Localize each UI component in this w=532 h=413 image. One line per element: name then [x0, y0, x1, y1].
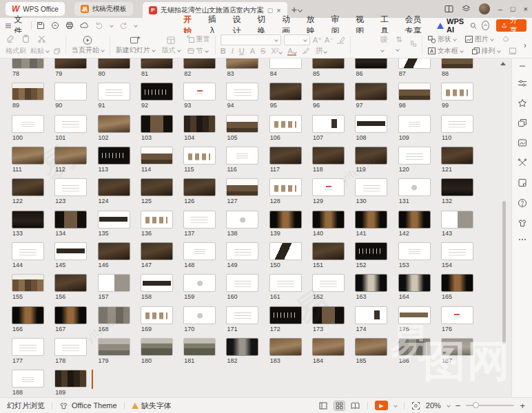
- slide-thumbnail-110[interactable]: [441, 115, 473, 133]
- line-spacing-button[interactable]: ⇅: [396, 35, 404, 52]
- reading-view-icon[interactable]: [350, 401, 360, 410]
- stack-icon[interactable]: [462, 5, 471, 13]
- window-minimize-button[interactable]: –: [498, 5, 502, 13]
- slide-thumbnail-166[interactable]: [12, 306, 44, 324]
- convert-smartart-icon[interactable]: [410, 40, 417, 47]
- slide-thumbnail-160[interactable]: [226, 274, 258, 292]
- fill-color-button[interactable]: [502, 35, 510, 43]
- slide-thumbnail-88[interactable]: [441, 59, 473, 69]
- slide-thumbnail-147[interactable]: [141, 242, 173, 260]
- bold-button[interactable]: B: [221, 47, 226, 55]
- slide-thumbnail-84[interactable]: [269, 59, 302, 69]
- toolbox-icon[interactable]: [518, 158, 527, 167]
- slide-thumbnail-145[interactable]: [54, 242, 87, 260]
- slide-thumbnail-154[interactable]: [441, 242, 473, 260]
- normal-view-icon[interactable]: [318, 401, 329, 410]
- slide-thumbnail-95[interactable]: [269, 83, 302, 100]
- slide-thumbnail-127[interactable]: [226, 178, 258, 196]
- slide-thumbnail-109[interactable]: [398, 115, 431, 133]
- slide-thumbnail-101[interactable]: [54, 115, 87, 133]
- clear-format-icon[interactable]: [336, 36, 345, 44]
- duplicate-icon[interactable]: [518, 118, 527, 127]
- slide-settings-button[interactable]: [509, 47, 517, 55]
- favorites-icon[interactable]: [518, 98, 527, 107]
- increase-font-icon[interactable]: A⁺: [313, 36, 322, 45]
- slide-thumbnail-114[interactable]: [141, 147, 173, 165]
- print-icon[interactable]: [65, 21, 74, 30]
- arrange-button[interactable]: 排列: [471, 46, 500, 56]
- slide-thumbnail-97[interactable]: [355, 83, 387, 100]
- wps-ai-button[interactable]: WPS AI: [437, 17, 465, 34]
- italic-button[interactable]: I: [232, 47, 234, 55]
- tab-template-doc[interactable]: 易 找稿壳模板: [74, 2, 133, 16]
- slide-thumbnail-135[interactable]: [98, 211, 130, 229]
- skin-theme-icon[interactable]: [518, 219, 527, 227]
- slide-thumbnail-189[interactable]: [54, 370, 87, 388]
- properties-icon[interactable]: [518, 79, 527, 87]
- slide-thumbnail-78[interactable]: [12, 59, 44, 69]
- toolbar-more-chevron-icon[interactable]: [134, 23, 138, 28]
- slide-thumbnail-185[interactable]: [355, 338, 387, 356]
- slide-thumbnail-85[interactable]: [312, 59, 345, 69]
- format-painter-icon[interactable]: [6, 34, 14, 43]
- slide-thumbnail-128[interactable]: [269, 178, 302, 196]
- slide-thumbnail-175[interactable]: [398, 306, 431, 324]
- underline-button[interactable]: U: [239, 47, 245, 55]
- slide-thumbnail-137[interactable]: [183, 211, 216, 229]
- slide-thumbnail-144[interactable]: [12, 242, 44, 260]
- slide-thumbnail-116[interactable]: [226, 147, 258, 165]
- paste-label[interactable]: 粘贴: [30, 46, 49, 56]
- slide-thumbnail-89[interactable]: [12, 83, 44, 100]
- slide-thumbnail-139[interactable]: [269, 211, 302, 229]
- play-options-chevron-icon[interactable]: [393, 403, 398, 407]
- slide-thumbnail-104[interactable]: [183, 115, 216, 133]
- save-icon[interactable]: [37, 21, 45, 30]
- slide-thumbnail-115[interactable]: [183, 147, 216, 165]
- share-button[interactable]: 分享: [496, 19, 526, 32]
- slide-thumbnail-186[interactable]: [398, 338, 431, 356]
- reset-button[interactable]: 重置: [187, 34, 210, 44]
- collapse-ribbon-icon[interactable]: −: [482, 21, 489, 30]
- slide-thumbnail-106[interactable]: [269, 115, 302, 133]
- slide-thumbnail-148[interactable]: [183, 242, 216, 260]
- slide-thumbnail-182[interactable]: [226, 338, 258, 356]
- missing-fonts-label[interactable]: 缺失字体: [141, 401, 172, 411]
- slide-thumbnail-176[interactable]: [441, 306, 473, 324]
- slideshow-play-button[interactable]: ▶: [375, 401, 388, 410]
- tab-close-icon[interactable]: ×: [276, 6, 280, 14]
- slide-thumbnail-136[interactable]: [141, 211, 173, 229]
- slide-thumbnail-165[interactable]: [441, 274, 473, 292]
- collapse-panel-icon[interactable]: [518, 64, 526, 68]
- slide-thumbnail-124[interactable]: [98, 178, 130, 196]
- slide-thumbnail-163[interactable]: [355, 274, 387, 292]
- slide-thumbnail-121[interactable]: [441, 147, 473, 165]
- undo-chevron-icon[interactable]: [110, 23, 114, 28]
- play-from-current-button[interactable]: 当页开始: [68, 34, 108, 56]
- slide-thumbnail-129[interactable]: [312, 178, 345, 196]
- slide-thumbnail-162[interactable]: [312, 274, 345, 292]
- highlight-pen-icon[interactable]: [302, 47, 310, 54]
- help-icon[interactable]: [518, 198, 527, 208]
- slide-thumbnail-134[interactable]: [54, 211, 87, 229]
- slide-thumbnail-181[interactable]: [183, 338, 216, 356]
- slide-thumbnail-91[interactable]: [98, 83, 130, 100]
- slide-thumbnail-179[interactable]: [98, 338, 130, 356]
- vertical-scrollbar[interactable]: [501, 59, 507, 397]
- slide-thumbnail-113[interactable]: [98, 147, 130, 165]
- slide-thumbnail-83[interactable]: [226, 59, 258, 69]
- slide-thumbnail-142[interactable]: [398, 211, 431, 229]
- slide-thumbnail-131[interactable]: [398, 178, 431, 196]
- tab-list-chevron-icon[interactable]: [298, 4, 302, 14]
- pinyin-button[interactable]: 拼: [316, 45, 327, 56]
- slide-thumbnail-107[interactable]: [312, 115, 345, 133]
- slide-thumbnail-87[interactable]: [398, 59, 431, 69]
- slide-thumbnail-168[interactable]: [98, 306, 130, 324]
- zoom-chevron-icon[interactable]: [447, 403, 451, 407]
- slide-thumbnail-153[interactable]: [398, 242, 431, 260]
- char-spacing-button[interactable]: A: [250, 47, 255, 55]
- slide-thumbnail-178[interactable]: [54, 338, 87, 356]
- slide-thumbnail-120[interactable]: [398, 147, 431, 165]
- slide-sorter-canvas[interactable]: 7879808182838485868788899091929394959697…: [0, 59, 511, 397]
- slide-sorter-view-icon[interactable]: [334, 401, 345, 410]
- slide-thumbnail-158[interactable]: [141, 274, 173, 292]
